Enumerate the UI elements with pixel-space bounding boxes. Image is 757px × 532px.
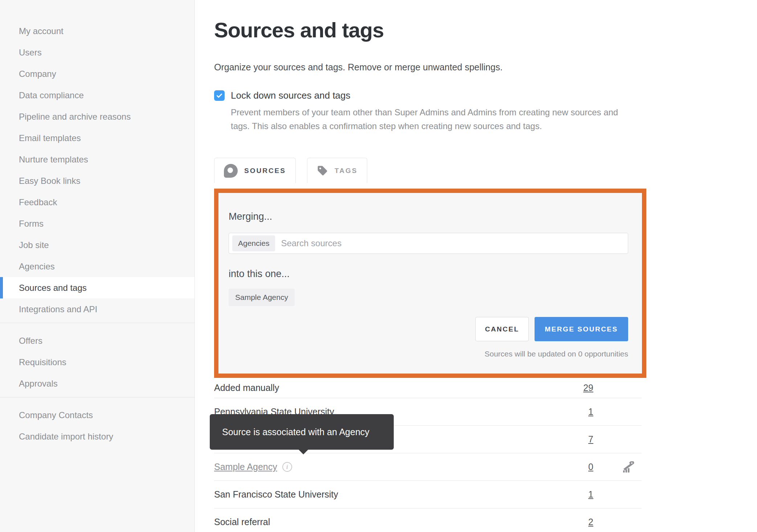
tab-sources[interactable]: SOURCES bbox=[214, 158, 296, 183]
sidebar-item-users[interactable]: Users bbox=[0, 42, 195, 63]
source-count-link[interactable]: 1 bbox=[588, 489, 593, 500]
source-label: Social referral bbox=[214, 517, 270, 527]
sources-table: Source is associated with an Agency Adde… bbox=[214, 378, 642, 532]
target-source-chip[interactable]: Sample Agency bbox=[229, 289, 295, 306]
source-count-link[interactable]: 29 bbox=[583, 383, 593, 393]
source-count-link[interactable]: 7 bbox=[588, 434, 593, 445]
settings-sidebar: My account Users Company Data compliance… bbox=[0, 0, 195, 532]
merge-sources-panel: Merging... Agencies into this one... Sam… bbox=[214, 189, 646, 378]
sidebar-item-easy-book-links[interactable]: Easy Book links bbox=[0, 170, 195, 191]
table-row: Sample Agency i 0 bbox=[214, 453, 642, 481]
source-label-link[interactable]: Sample Agency bbox=[214, 462, 277, 472]
table-row: San Francisco State University 1 bbox=[214, 481, 642, 508]
sidebar-item-pipeline-and-archive-reasons[interactable]: Pipeline and archive reasons bbox=[0, 106, 195, 127]
agency-tooltip-text: Source is associated with an Agency bbox=[222, 427, 369, 437]
info-icon[interactable]: i bbox=[282, 462, 292, 472]
into-this-one-label: into this one... bbox=[229, 268, 628, 279]
sidebar-divider bbox=[0, 397, 195, 397]
sidebar-item-requisitions[interactable]: Requisitions bbox=[0, 351, 195, 373]
sidebar-item-job-site[interactable]: Job site bbox=[0, 234, 195, 256]
lock-down-checkbox[interactable] bbox=[214, 90, 225, 101]
sidebar-item-nurture-templates[interactable]: Nurture templates bbox=[0, 149, 195, 170]
page-title: Sources and tags bbox=[214, 18, 646, 42]
sidebar-item-integrations-and-api[interactable]: Integrations and API bbox=[0, 298, 195, 320]
sidebar-item-my-account[interactable]: My account bbox=[0, 20, 195, 42]
lock-down-description: Prevent members of your team other than … bbox=[231, 106, 628, 133]
sidebar-item-agencies[interactable]: Agencies bbox=[0, 256, 195, 277]
sidebar-item-offers[interactable]: Offers bbox=[0, 330, 195, 351]
tooltip-caret-icon bbox=[298, 449, 308, 454]
merge-sources-button[interactable]: MERGE SOURCES bbox=[535, 317, 628, 341]
source-count-link[interactable]: 2 bbox=[588, 517, 593, 527]
sidebar-item-data-compliance[interactable]: Data compliance bbox=[0, 84, 195, 106]
agency-rocket-icon bbox=[623, 461, 635, 473]
sidebar-item-candidate-import-history[interactable]: Candidate import history bbox=[0, 426, 195, 447]
sidebar-item-email-templates[interactable]: Email templates bbox=[0, 127, 195, 149]
agency-tooltip: Source is associated with an Agency bbox=[210, 414, 394, 450]
sidebar-item-forms[interactable]: Forms bbox=[0, 213, 195, 234]
sidebar-item-sources-and-tags[interactable]: Sources and tags bbox=[0, 277, 195, 298]
lock-down-label: Lock down sources and tags bbox=[231, 90, 351, 101]
agencies-filter-chip[interactable]: Agencies bbox=[232, 235, 275, 251]
sources-tags-tabs: SOURCES TAGS bbox=[214, 158, 646, 183]
page-subtitle: Organize your sources and tags. Remove o… bbox=[214, 61, 646, 73]
merging-label: Merging... bbox=[229, 211, 628, 222]
search-sources-input[interactable] bbox=[281, 238, 625, 248]
cancel-button[interactable]: CANCEL bbox=[475, 317, 529, 341]
merge-search-box: Agencies bbox=[229, 233, 628, 254]
merge-footnote: Sources will be updated on 0 opportuniti… bbox=[229, 349, 628, 359]
table-row: Social referral 2 bbox=[214, 508, 642, 532]
tag-icon bbox=[317, 165, 328, 176]
sidebar-item-feedback[interactable]: Feedback bbox=[0, 191, 195, 213]
tab-sources-label: SOURCES bbox=[244, 167, 286, 175]
source-icon bbox=[224, 164, 238, 178]
lockdown-setting: Lock down sources and tags Prevent membe… bbox=[214, 90, 646, 133]
sidebar-divider bbox=[0, 323, 195, 323]
tab-tags[interactable]: TAGS bbox=[307, 158, 367, 183]
source-count-link[interactable]: 0 bbox=[588, 462, 593, 472]
sidebar-item-approvals[interactable]: Approvals bbox=[0, 373, 195, 394]
source-count-link[interactable]: 1 bbox=[588, 407, 593, 417]
sidebar-item-company-contacts[interactable]: Company Contacts bbox=[0, 404, 195, 426]
source-label: Added manually bbox=[214, 383, 279, 393]
source-label: San Francisco State University bbox=[214, 489, 338, 500]
sidebar-item-company[interactable]: Company bbox=[0, 63, 195, 84]
main-content: Sources and tags Organize your sources a… bbox=[195, 0, 757, 532]
table-row: Added manually 29 bbox=[214, 378, 642, 398]
row-icon-slot bbox=[593, 461, 642, 473]
tab-tags-label: TAGS bbox=[335, 167, 357, 175]
checkmark-icon bbox=[216, 92, 223, 99]
